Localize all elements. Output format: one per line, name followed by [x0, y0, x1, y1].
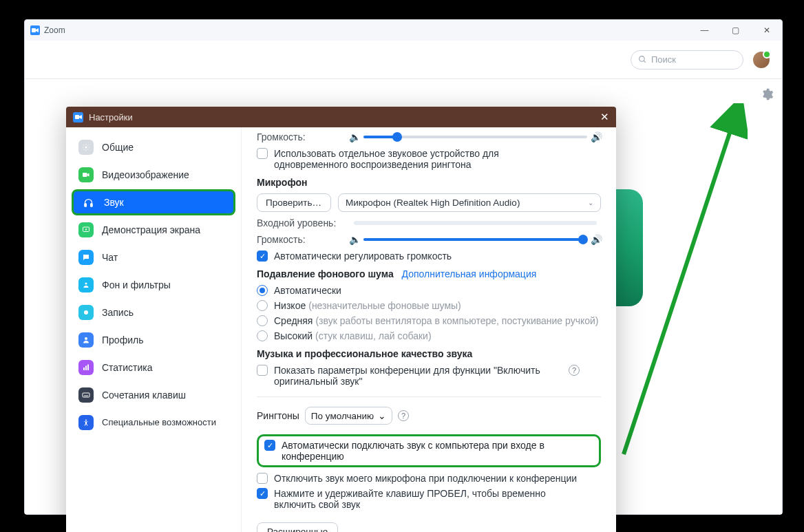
- input-level-meter: [354, 221, 597, 225]
- headphones-icon: [81, 195, 96, 210]
- sidebar-item-video[interactable]: Видеоизображение: [72, 162, 235, 188]
- mute-on-join-label: Отключить звук моего микрофона при подкл…: [274, 473, 577, 484]
- accessibility-icon: [78, 415, 94, 430]
- svg-rect-13: [83, 368, 85, 370]
- mute-on-join-checkbox[interactable]: [257, 473, 268, 484]
- help-icon[interactable]: ?: [398, 410, 409, 421]
- auto-join-audio-checkbox[interactable]: [264, 440, 275, 451]
- separate-ringtone-device-checkbox[interactable]: [257, 148, 268, 159]
- sidebar-item-accessibility[interactable]: Специальные возможности: [72, 409, 235, 436]
- chevron-down-icon: ⌄: [378, 410, 386, 421]
- avatar[interactable]: [753, 52, 770, 68]
- svg-rect-4: [75, 115, 79, 119]
- sidebar-item-audio[interactable]: Звук: [72, 189, 235, 215]
- search-icon: [638, 55, 647, 64]
- svg-line-2: [644, 61, 646, 63]
- ringtones-select[interactable]: По умолчанию⌄: [305, 407, 392, 425]
- speaker-high-icon: 🔊: [591, 131, 601, 142]
- noise-more-info-link[interactable]: Дополнительная информация: [402, 268, 537, 279]
- speaker-low-icon: 🔈: [350, 131, 359, 142]
- noise-medium-radio[interactable]: [257, 315, 268, 326]
- show-original-sound-label: Показать параметры конференции для функц…: [274, 365, 563, 387]
- zoom-logo-icon: [73, 112, 83, 123]
- speaker-high-icon: 🔊: [591, 234, 601, 245]
- svg-point-10: [85, 283, 87, 285]
- background-icon: [78, 277, 94, 292]
- test-mic-button[interactable]: Проверить м...: [257, 193, 331, 212]
- auto-adjust-volume-label: Автоматически регулировать громкость: [274, 251, 452, 262]
- svg-rect-14: [85, 366, 87, 371]
- svg-rect-6: [83, 173, 87, 177]
- auto-join-audio-highlight: Автоматически подключать звук с компьюте…: [257, 434, 601, 467]
- dialog-close-button[interactable]: ✕: [600, 111, 609, 123]
- sidebar-item-share[interactable]: Демонстрация экрана: [72, 217, 235, 243]
- mic-volume-label: Громкость:: [257, 234, 350, 245]
- settings-content: Громкость: 🔈 🔊 Использовать отдельное зв…: [242, 127, 616, 532]
- close-button[interactable]: ✕: [751, 20, 782, 41]
- sidebar-item-background[interactable]: Фон и фильтры: [72, 272, 235, 298]
- mic-device-select[interactable]: Микрофон (Realtek High Definition Audio)…: [338, 193, 601, 212]
- minimize-button[interactable]: —: [689, 20, 720, 41]
- noise-suppression-heading: Подавление фонового шума Дополнительная …: [257, 268, 601, 279]
- record-icon: [78, 305, 94, 320]
- speaker-volume-slider[interactable]: [363, 136, 587, 138]
- zoom-logo-icon: [30, 25, 40, 35]
- search-placeholder: Поиск: [651, 54, 676, 65]
- sidebar-item-general[interactable]: Общие: [72, 134, 235, 160]
- gear-icon: [78, 140, 94, 155]
- ringtones-label: Рингтоны: [257, 410, 299, 421]
- separate-ringtone-device-label: Использовать отдельное звуковое устройст…: [274, 148, 563, 170]
- space-unmute-label: Нажмите и удерживайте клавишу ПРОБЕЛ, чт…: [274, 488, 577, 510]
- svg-point-5: [85, 147, 87, 149]
- noise-high-radio[interactable]: [257, 330, 268, 341]
- mic-volume-slider[interactable]: [363, 238, 587, 241]
- auto-adjust-volume-checkbox[interactable]: [257, 251, 268, 262]
- sidebar-item-shortcuts[interactable]: Сочетания клавиш: [72, 382, 235, 408]
- sidebar-item-recording[interactable]: Запись: [72, 299, 235, 326]
- main-topbar: Поиск: [25, 41, 782, 79]
- sidebar-item-profile[interactable]: Профиль: [72, 327, 235, 353]
- svg-rect-16: [83, 393, 89, 397]
- search-input[interactable]: Поиск: [631, 50, 743, 70]
- chevron-down-icon: ⌄: [588, 199, 593, 206]
- profile-icon: [78, 332, 94, 348]
- svg-rect-15: [87, 365, 89, 371]
- titlebar: Zoom — ▢ ✕: [25, 20, 782, 41]
- music-quality-heading: Музыка и профессиональное качество звука: [257, 348, 601, 359]
- help-icon[interactable]: ?: [569, 365, 580, 376]
- svg-point-18: [85, 420, 87, 421]
- settings-dialog: Настройки ✕ Общие Видеоизображение Звук …: [66, 107, 616, 532]
- advanced-button[interactable]: Расширенные: [257, 522, 338, 532]
- app-window: Zoom — ▢ ✕ Поиск Настро: [24, 19, 783, 515]
- auto-join-audio-label: Автоматически подключать звук с компьюте…: [282, 440, 593, 462]
- speaker-low-icon: 🔈: [350, 234, 359, 245]
- main-body: Настройки ✕ Общие Видеоизображение Звук …: [25, 79, 782, 514]
- window-title: Zoom: [44, 25, 65, 35]
- svg-rect-17: [84, 396, 88, 396]
- dialog-titlebar: Настройки ✕: [66, 107, 616, 127]
- maximize-button[interactable]: ▢: [720, 20, 751, 41]
- sidebar-item-statistics[interactable]: Статистика: [72, 354, 235, 381]
- input-level-label: Входной уровень:: [257, 217, 350, 228]
- svg-point-11: [84, 310, 88, 315]
- video-icon: [78, 167, 94, 182]
- background-decoration: [615, 189, 643, 306]
- dialog-title: Настройки: [89, 112, 133, 123]
- noise-auto-radio[interactable]: [257, 285, 268, 296]
- chat-icon: [78, 250, 94, 265]
- sidebar-item-chat[interactable]: Чат: [72, 244, 235, 270]
- statistics-icon: [78, 360, 94, 375]
- svg-point-1: [639, 56, 645, 62]
- show-original-sound-checkbox[interactable]: [257, 365, 268, 376]
- share-screen-icon: [78, 222, 94, 237]
- settings-sidebar: Общие Видеоизображение Звук Демонстрация…: [66, 127, 242, 532]
- noise-low-radio[interactable]: [257, 300, 268, 311]
- keyboard-icon: [78, 387, 94, 403]
- gear-icon[interactable]: [760, 87, 774, 104]
- svg-rect-7: [84, 203, 86, 206]
- space-unmute-checkbox[interactable]: [257, 488, 268, 499]
- speaker-volume-label: Громкость:: [257, 131, 350, 142]
- svg-rect-0: [32, 28, 36, 32]
- microphone-heading: Микрофон: [257, 177, 601, 188]
- svg-rect-8: [90, 203, 92, 206]
